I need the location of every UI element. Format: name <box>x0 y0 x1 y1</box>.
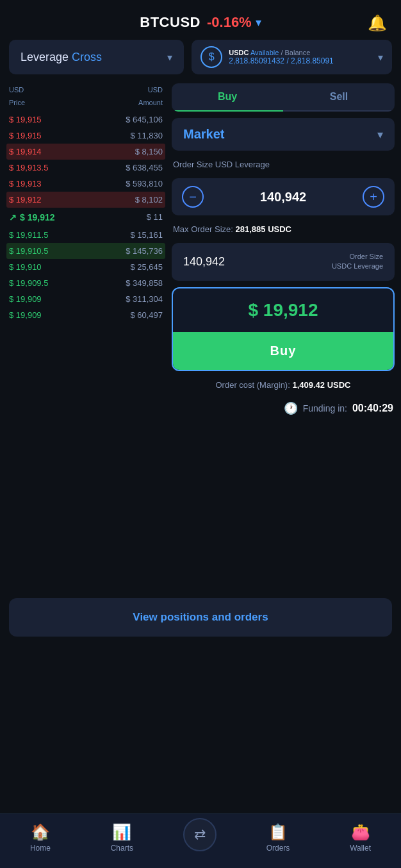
nav-item-wallet[interactable]: 👛 Wallet <box>340 821 381 855</box>
ask-amount-6: $ 8,102 <box>135 195 163 204</box>
home-icon: 🏠 <box>31 823 50 841</box>
bid-amount-6: $ 60,497 <box>130 310 163 320</box>
bid-amount-2: $ 145,736 <box>126 246 163 256</box>
nav-item-orders[interactable]: 📋 Orders <box>256 821 300 855</box>
ask-price-2: $ 19,915 <box>9 131 42 140</box>
orders-icon: 📋 <box>268 823 288 841</box>
order-summary: 140,942 Order Size USDC Leverage <box>172 243 395 281</box>
ask-row-1: $ 19,915 $ 645,106 <box>6 112 165 128</box>
ask-price-1: $ 19,915 <box>9 115 42 124</box>
mid-amount: $ 11 <box>147 212 163 222</box>
spacer <box>0 643 401 814</box>
minus-icon: − <box>189 190 197 204</box>
funding-row: 🕐 Funding in: 00:40:29 <box>172 399 395 418</box>
balance-chevron-icon[interactable]: ▾ <box>378 51 383 63</box>
app-wrapper: BTCUSD -0.16% ▾ 🔔 Leverage Cross ▾ $ USD… <box>0 0 401 868</box>
bid-row-2: $ 19,910.5 $ 145,736 <box>6 243 165 259</box>
controls-row: Leverage Cross ▾ $ USDC Available / Bala… <box>0 40 401 83</box>
order-size-control: − 140,942 + <box>172 178 395 215</box>
ask-amount-2: $ 11,830 <box>130 131 163 140</box>
mid-price: ↗ $ 19,912 <box>9 212 55 222</box>
bid-amount-3: $ 25,645 <box>130 262 163 272</box>
ask-row-4: $ 19,913.5 $ 638,455 <box>6 160 165 176</box>
charts-label: Charts <box>111 844 133 853</box>
nav-item-charts[interactable]: 📊 Charts <box>101 821 143 855</box>
order-cost-label: Order cost (Margin): <box>216 380 290 390</box>
bid-row-3: $ 19,910 $ 25,645 <box>6 259 165 275</box>
tab-sell[interactable]: Sell <box>283 83 395 112</box>
ask-amount-1: $ 645,106 <box>126 115 163 124</box>
usdc-icon: $ <box>201 46 222 68</box>
buy-sell-tabs: Buy Sell <box>172 83 395 112</box>
view-positions-label: View positions and orders <box>133 611 268 623</box>
bid-price-2: $ 19,910.5 <box>9 246 48 256</box>
bid-row-1: $ 19,911.5 $ 15,161 <box>6 227 165 243</box>
leverage-label: Leverage Cross <box>20 51 102 64</box>
price-change: -0.16% <box>207 14 252 31</box>
price-display: $ 19,912 <box>173 288 393 332</box>
ob-price-unit: USD <box>9 86 24 94</box>
view-positions-button[interactable]: View positions and orders <box>9 598 392 637</box>
ask-amount-4: $ 638,455 <box>126 163 163 172</box>
buy-button[interactable]: Buy <box>173 332 393 370</box>
ob-amount-col: Amount <box>138 99 163 106</box>
balance-card: $ USDC Available / Balance 2,818.8509143… <box>192 40 392 74</box>
order-type-chevron-icon: ▾ <box>377 128 383 142</box>
ask-row-6: $ 19,912 $ 8,102 <box>6 192 165 208</box>
nav-item-home[interactable]: 🏠 Home <box>20 821 61 855</box>
ask-row-3: $ 19,914 $ 8,150 <box>6 144 165 160</box>
balance-labels: USDC Available / Balance <box>229 49 372 56</box>
order-type-label: Market <box>183 127 224 142</box>
nav-swap-button[interactable]: ⇄ <box>183 818 217 851</box>
ask-price-5: $ 19,913 <box>9 179 42 188</box>
ob-mid-row: ↗ $ 19,912 $ 11 <box>6 208 165 227</box>
order-size-value: 140,942 <box>260 190 306 204</box>
balance-value: 2,818.85091 <box>291 56 334 65</box>
order-type-dropdown[interactable]: Market ▾ <box>172 118 395 151</box>
leverage-chevron-icon: ▾ <box>167 51 172 63</box>
arrow-up-icon: ↗ <box>9 212 17 222</box>
bid-price-4: $ 19,909.5 <box>9 278 48 288</box>
home-label: Home <box>30 844 51 853</box>
tab-buy[interactable]: Buy <box>172 83 283 112</box>
ob-amount-unit: USD <box>148 86 163 94</box>
pair-chevron-icon[interactable]: ▾ <box>256 15 261 29</box>
available-value: 2,818.85091432 <box>229 56 284 65</box>
bid-price-3: $ 19,910 <box>9 262 42 272</box>
funding-time: 00:40:29 <box>352 403 393 414</box>
ask-price-6: $ 19,912 <box>9 195 42 204</box>
bid-price-1: $ 19,911.5 <box>9 230 48 240</box>
wallet-icon: 👛 <box>351 823 370 841</box>
swap-icon: ⇄ <box>194 826 206 843</box>
bottom-nav: 🏠 Home 📊 Charts ⇄ 📋 Orders 👛 Wallet <box>0 814 401 868</box>
order-cost: Order cost (Margin): 1,409.42 USDC <box>172 378 395 392</box>
balance-values: 2,818.85091432 / 2,818.85091 <box>229 56 372 65</box>
order-cost-value: 1,409.42 USDC <box>292 380 350 390</box>
main-content: USD USD Price Amount $ 19,915 $ 645,106 … <box>0 83 401 588</box>
increase-order-size-button[interactable]: + <box>363 186 384 208</box>
decrease-order-size-button[interactable]: − <box>182 186 204 208</box>
ask-row-2: $ 19,915 $ 11,830 <box>6 128 165 144</box>
bid-amount-1: $ 15,161 <box>130 230 163 240</box>
bid-row-5: $ 19,909 $ 311,304 <box>6 291 165 307</box>
plus-icon: + <box>370 190 377 204</box>
leverage-dropdown-button[interactable]: Leverage Cross ▾ <box>9 40 184 74</box>
bid-amount-5: $ 311,304 <box>126 294 163 304</box>
pair-label: BTCUSD <box>140 14 201 31</box>
ob-header: USD USD <box>6 83 165 99</box>
bid-price-6: $ 19,909 <box>9 310 42 320</box>
max-order-size: Max Order Size: 281,885 USDC <box>172 222 395 237</box>
notification-bell-icon[interactable]: 🔔 <box>368 14 387 32</box>
funding-label: Funding in: <box>303 403 347 413</box>
balance-label: / Balance <box>281 49 310 56</box>
order-book: USD USD Price Amount $ 19,915 $ 645,106 … <box>6 83 165 588</box>
ob-price-col: Price <box>9 99 25 106</box>
ob-col-headers: Price Amount <box>6 99 165 112</box>
ask-amount-5: $ 593,810 <box>126 179 163 188</box>
summary-line2: USDC Leverage <box>332 262 383 270</box>
bid-price-5: $ 19,909 <box>9 294 42 304</box>
bid-row-6: $ 19,909 $ 60,497 <box>6 307 165 323</box>
ask-amount-3: $ 8,150 <box>135 147 163 156</box>
order-size-label: Order Size USD Leverage <box>172 157 395 172</box>
ask-row-5: $ 19,913 $ 593,810 <box>6 176 165 192</box>
